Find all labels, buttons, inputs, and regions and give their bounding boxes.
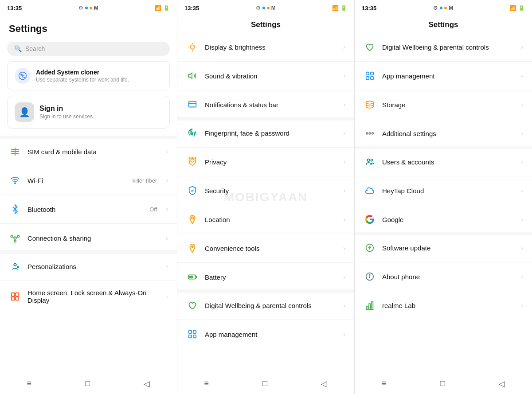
settings-item-appmanage2[interactable]: App management › bbox=[355, 63, 532, 88]
bottom-nav-2: ≡ □ ◁ bbox=[177, 373, 354, 394]
sg-2a bbox=[177, 117, 354, 121]
bottom-nav-1: ≡ □ ◁ bbox=[0, 373, 177, 394]
convenience-icon bbox=[186, 242, 199, 254]
signin-subtitle: Sign in to use services. bbox=[39, 113, 94, 120]
settings-item-display[interactable]: Display & brightness › bbox=[177, 35, 354, 59]
google-chevron: › bbox=[521, 216, 523, 223]
svg-rect-52 bbox=[367, 306, 368, 309]
m-icon-1: M bbox=[94, 5, 98, 11]
svg-rect-37 bbox=[366, 72, 369, 75]
settings-item-personalizations[interactable]: Personalizations › bbox=[0, 254, 177, 279]
svg-rect-33 bbox=[189, 331, 192, 333]
nav-menu-1[interactable]: ≡ bbox=[27, 379, 32, 388]
nav-home-1[interactable]: □ bbox=[85, 379, 90, 388]
settings-item-wellbeing2[interactable]: Digital Wellbeing & parental controls › bbox=[355, 35, 532, 59]
google-icon bbox=[364, 213, 376, 226]
panel-2-content: Settings Display & brightness › bbox=[177, 16, 354, 373]
section-gap-1 bbox=[0, 136, 177, 139]
notifications-icon bbox=[186, 98, 199, 111]
battery-status-icon-3: 🔋 bbox=[518, 5, 525, 11]
signin-card[interactable]: 👤 Sign in Sign in to use services. bbox=[7, 96, 170, 129]
connection-icon bbox=[9, 232, 21, 244]
settings-item-users[interactable]: Users & accounts › bbox=[355, 149, 532, 174]
d1 bbox=[177, 61, 354, 62]
panel-1: 13:35 ⚙ M 📶 🔋 Settings 🔍 Search bbox=[0, 0, 177, 394]
security-label: Security bbox=[205, 187, 337, 195]
settings-item-fingerprint[interactable]: Fingerprint, face & password › bbox=[177, 121, 354, 145]
settings-item-storage[interactable]: Storage › bbox=[355, 92, 532, 117]
homescreen-chevron: › bbox=[166, 293, 168, 300]
settings-item-wellbeing[interactable]: Digital Wellbeing & parental controls › bbox=[177, 293, 354, 318]
sg-3a bbox=[355, 146, 532, 149]
additional-label: Additional settings bbox=[382, 130, 515, 137]
settings-item-additional[interactable]: Additional settings › bbox=[355, 121, 532, 146]
section-gap-2 bbox=[0, 250, 177, 254]
battery-status-icon-2: 🔋 bbox=[340, 5, 347, 11]
svg-line-13 bbox=[16, 237, 17, 238]
settings-item-battery[interactable]: Battery › bbox=[177, 265, 354, 289]
signin-avatar: 👤 bbox=[15, 102, 34, 122]
nav-home-2[interactable]: □ bbox=[262, 379, 267, 388]
settings-item-appmanage[interactable]: App management › bbox=[177, 322, 354, 347]
settings-item-bluetooth[interactable]: Bluetooth Off › bbox=[0, 197, 177, 222]
system-cloner-card[interactable]: Added System cloner Use separate systems… bbox=[7, 61, 170, 90]
settings-item-sound[interactable]: Sound & vibration › bbox=[177, 63, 354, 88]
settings-item-notifications[interactable]: Notifications & status bar › bbox=[177, 92, 354, 117]
wifi-value: killer fiber bbox=[133, 177, 157, 184]
status-center-1: ⚙ M bbox=[78, 5, 98, 11]
svg-rect-19 bbox=[16, 297, 19, 300]
sg-3b bbox=[355, 232, 532, 235]
nav-back-2[interactable]: ◁ bbox=[321, 379, 327, 389]
panel-3-content: Settings Digital Wellbeing & parental co… bbox=[355, 16, 532, 373]
status-icons-1: 📶 🔋 bbox=[155, 5, 170, 11]
svg-rect-40 bbox=[371, 77, 373, 79]
svg-point-15 bbox=[14, 264, 16, 266]
storage-label: Storage bbox=[382, 101, 515, 109]
search-bar-1[interactable]: 🔍 Search bbox=[7, 42, 170, 56]
bluetooth-label: Bluetooth bbox=[27, 206, 143, 213]
location-icon bbox=[186, 213, 199, 226]
fingerprint-chevron: › bbox=[343, 129, 345, 137]
nav-home-3[interactable]: □ bbox=[440, 379, 445, 388]
settings-item-wifi[interactable]: Wi-Fi killer fiber › bbox=[0, 168, 177, 193]
realmelab-label: realme Lab bbox=[382, 302, 515, 309]
settings-item-privacy[interactable]: Privacy › bbox=[177, 149, 354, 174]
privacy-icon bbox=[186, 156, 199, 168]
svg-rect-26 bbox=[189, 101, 196, 107]
cloner-text: Added System cloner Use separate systems… bbox=[36, 69, 129, 83]
nav-menu-2[interactable]: ≡ bbox=[204, 379, 209, 388]
settings-item-homescreen[interactable]: Home screen, Lock screen & Always-On Dis… bbox=[0, 283, 177, 310]
settings-item-google[interactable]: Google › bbox=[355, 207, 532, 232]
status-bar-3: 13:35 ⚙ M 📶 🔋 bbox=[355, 0, 532, 16]
divider-personalizations bbox=[0, 281, 177, 281]
heytap-chevron: › bbox=[521, 187, 523, 194]
settings-item-aboutphone[interactable]: About phone › bbox=[355, 264, 532, 289]
svg-point-11 bbox=[14, 240, 16, 242]
nav-back-3[interactable]: ◁ bbox=[499, 379, 505, 389]
settings-item-sim[interactable]: SIM card & mobile data › bbox=[0, 139, 177, 164]
settings-item-heytap[interactable]: HeyTap Cloud › bbox=[355, 178, 532, 203]
settings-item-softwareupdate[interactable]: Software update › bbox=[355, 235, 532, 260]
additional-icon bbox=[364, 127, 376, 140]
storage-chevron: › bbox=[521, 101, 523, 108]
page-title-3: Settings bbox=[355, 16, 532, 35]
softwareupdate-label: Software update bbox=[382, 244, 515, 252]
d5 bbox=[177, 176, 354, 176]
search-icon-1: 🔍 bbox=[14, 45, 22, 52]
settings-item-security[interactable]: Security › bbox=[177, 178, 354, 203]
svg-point-7 bbox=[15, 183, 16, 183]
homescreen-icon bbox=[9, 290, 21, 303]
appmanage2-chevron: › bbox=[521, 72, 523, 79]
appmanage2-label: App management bbox=[382, 72, 515, 80]
nav-menu-3[interactable]: ≡ bbox=[382, 379, 387, 388]
settings-item-realmelab[interactable]: realme Lab › bbox=[355, 293, 532, 318]
settings-item-location[interactable]: Location › bbox=[177, 207, 354, 232]
settings-item-connection[interactable]: Connection & sharing › bbox=[0, 226, 177, 250]
svg-rect-54 bbox=[372, 302, 373, 309]
nav-back-1[interactable]: ◁ bbox=[144, 379, 150, 389]
svg-point-51 bbox=[369, 275, 370, 275]
settings-item-convenience[interactable]: Convenience tools › bbox=[177, 236, 354, 261]
realmelab-icon bbox=[364, 299, 376, 312]
sound-label: Sound & vibration bbox=[205, 72, 337, 80]
status-bar-2: 13:35 ⚙ M 📶 🔋 bbox=[177, 0, 354, 16]
